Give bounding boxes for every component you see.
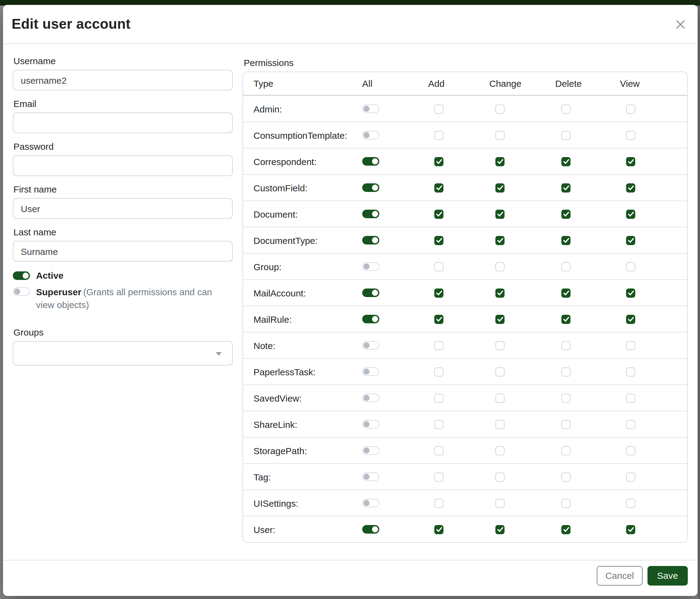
permission-add-checkbox[interactable] (434, 236, 444, 245)
permission-add-checkbox[interactable] (434, 104, 444, 113)
permission-view-checkbox[interactable] (626, 367, 635, 376)
permission-add-checkbox[interactable] (434, 446, 444, 455)
permission-all-toggle[interactable] (362, 210, 379, 218)
username-input[interactable] (13, 70, 233, 91)
permission-add-checkbox[interactable] (434, 262, 444, 271)
first-name-input[interactable] (13, 198, 233, 219)
permission-add-checkbox[interactable] (434, 209, 444, 218)
permission-view-checkbox[interactable] (626, 236, 635, 245)
permission-view-checkbox[interactable] (626, 262, 635, 271)
permission-view-checkbox[interactable] (626, 525, 635, 534)
permission-change-checkbox[interactable] (495, 183, 504, 192)
active-toggle[interactable] (13, 271, 30, 280)
permission-all-toggle[interactable] (362, 104, 379, 113)
permission-view-checkbox[interactable] (626, 446, 635, 455)
permission-change-checkbox[interactable] (495, 288, 504, 297)
permission-change-checkbox[interactable] (495, 499, 504, 508)
permission-all-toggle[interactable] (362, 157, 379, 166)
permission-change-checkbox[interactable] (495, 262, 504, 271)
permission-view-checkbox[interactable] (626, 472, 635, 481)
permission-add-checkbox[interactable] (434, 157, 444, 166)
permission-delete-checkbox[interactable] (561, 262, 571, 271)
permission-all-toggle[interactable] (362, 341, 379, 350)
permission-all-toggle[interactable] (362, 288, 379, 297)
permission-view-checkbox[interactable] (626, 183, 635, 192)
permission-delete-checkbox[interactable] (561, 472, 571, 481)
groups-select[interactable] (13, 341, 233, 365)
permission-view-checkbox[interactable] (626, 288, 635, 297)
permission-delete-checkbox[interactable] (561, 446, 571, 455)
cancel-button[interactable]: Cancel (597, 566, 642, 585)
modal-footer: Cancel Save (3, 560, 698, 596)
permission-all-toggle[interactable] (362, 236, 379, 244)
permission-all-toggle[interactable] (362, 393, 379, 402)
permission-view-checkbox[interactable] (626, 420, 635, 429)
permission-delete-checkbox[interactable] (561, 393, 571, 403)
permission-view-checkbox[interactable] (626, 130, 635, 140)
permission-delete-checkbox[interactable] (561, 183, 571, 192)
permission-all-toggle[interactable] (362, 525, 379, 534)
permission-all-toggle[interactable] (362, 473, 379, 481)
permission-view-checkbox[interactable] (626, 157, 635, 166)
permission-change-checkbox[interactable] (495, 472, 504, 481)
page-scrollbar[interactable] (698, 5, 700, 599)
permission-delete-checkbox[interactable] (561, 341, 571, 350)
permission-delete-checkbox[interactable] (561, 104, 571, 113)
permission-view-checkbox[interactable] (626, 341, 635, 350)
permission-change-checkbox[interactable] (495, 341, 504, 350)
permission-add-checkbox[interactable] (434, 288, 444, 297)
close-button[interactable] (673, 17, 688, 31)
permission-all-toggle[interactable] (362, 420, 379, 429)
permission-delete-checkbox[interactable] (561, 525, 571, 534)
permission-delete-checkbox[interactable] (561, 314, 571, 324)
permission-change-checkbox[interactable] (495, 236, 504, 245)
permission-all-toggle[interactable] (362, 262, 379, 271)
permission-all-toggle[interactable] (362, 499, 379, 507)
password-input[interactable] (13, 155, 233, 176)
permission-type-label: Note: (243, 340, 362, 351)
permission-change-checkbox[interactable] (495, 367, 504, 376)
permission-add-checkbox[interactable] (434, 183, 444, 192)
email-input[interactable] (13, 113, 233, 133)
permission-add-checkbox[interactable] (434, 314, 444, 324)
permission-add-checkbox[interactable] (434, 525, 444, 534)
permission-add-checkbox[interactable] (434, 341, 444, 350)
superuser-toggle[interactable] (13, 287, 30, 296)
permission-delete-checkbox[interactable] (561, 499, 571, 508)
permission-delete-checkbox[interactable] (561, 288, 571, 297)
permission-view-checkbox[interactable] (626, 104, 635, 113)
permission-change-checkbox[interactable] (495, 393, 504, 403)
permission-all-toggle[interactable] (362, 367, 379, 376)
permission-change-checkbox[interactable] (495, 420, 504, 429)
permission-change-checkbox[interactable] (495, 104, 504, 113)
permission-change-checkbox[interactable] (495, 130, 504, 140)
permission-delete-checkbox[interactable] (561, 236, 571, 245)
permission-view-checkbox[interactable] (626, 499, 635, 508)
permission-add-checkbox[interactable] (434, 420, 444, 429)
permission-add-checkbox[interactable] (434, 499, 444, 508)
permission-change-checkbox[interactable] (495, 157, 504, 166)
permission-change-checkbox[interactable] (495, 314, 504, 324)
permission-add-checkbox[interactable] (434, 130, 444, 140)
save-button[interactable]: Save (648, 566, 688, 585)
permission-delete-checkbox[interactable] (561, 157, 571, 166)
permission-change-checkbox[interactable] (495, 446, 504, 455)
permission-all-toggle[interactable] (362, 315, 379, 324)
permission-change-checkbox[interactable] (495, 525, 504, 534)
permission-all-toggle[interactable] (362, 183, 379, 192)
permission-view-checkbox[interactable] (626, 393, 635, 403)
permission-all-toggle[interactable] (362, 446, 379, 455)
permission-delete-checkbox[interactable] (561, 209, 571, 218)
permission-change-checkbox[interactable] (495, 209, 504, 218)
permission-delete-checkbox[interactable] (561, 130, 571, 140)
permission-add-checkbox[interactable] (434, 393, 444, 403)
permission-all-toggle[interactable] (362, 131, 379, 139)
permission-view-checkbox[interactable] (626, 314, 635, 324)
permission-delete-checkbox[interactable] (561, 367, 571, 376)
permission-add-checkbox[interactable] (434, 472, 444, 481)
last-name-input[interactable] (13, 241, 233, 262)
check-icon (563, 316, 569, 322)
permission-add-checkbox[interactable] (434, 367, 444, 376)
permission-view-checkbox[interactable] (626, 209, 635, 218)
permission-delete-checkbox[interactable] (561, 420, 571, 429)
